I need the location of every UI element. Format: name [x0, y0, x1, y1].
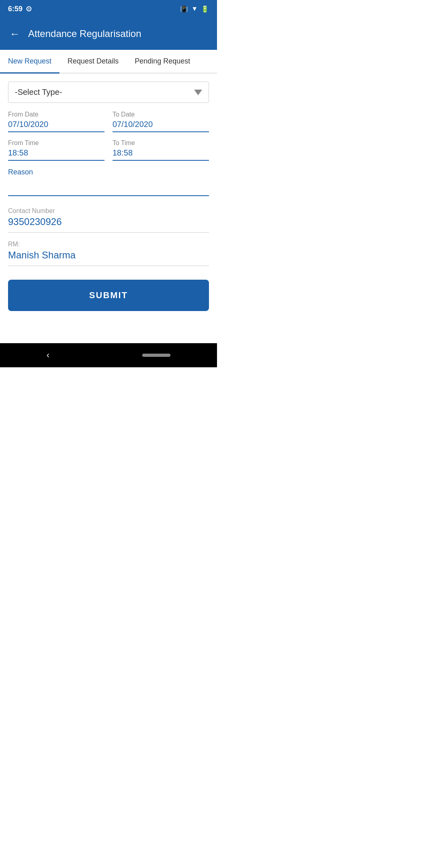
- tab-new-request[interactable]: New Request: [0, 50, 59, 73]
- to-date-value[interactable]: 07/10/2020: [113, 120, 209, 129]
- nav-back-icon[interactable]: ‹: [47, 350, 49, 360]
- reason-label: Reason: [8, 168, 209, 176]
- reason-group: Reason: [8, 168, 209, 196]
- status-bar: 6:59 ⊙ 📳 ▼ 🔋: [0, 0, 217, 18]
- tab-request-details[interactable]: Request Details: [59, 50, 127, 73]
- wifi-icon: ▼: [191, 5, 198, 12]
- battery-icon: 🔋: [201, 5, 209, 13]
- at-icon: ⊙: [26, 4, 32, 13]
- select-type-dropdown[interactable]: -Select Type-: [8, 82, 209, 103]
- time-display: 6:59: [8, 5, 23, 13]
- rm-value: Manish Sharma: [8, 250, 209, 261]
- from-time-group: From Time 18:58: [8, 139, 104, 161]
- contact-number-value[interactable]: 9350230926: [8, 216, 209, 227]
- tab-pending-request[interactable]: Pending Request: [127, 50, 198, 73]
- to-time-label: To Time: [113, 139, 209, 147]
- status-bar-right: 📳 ▼ 🔋: [180, 5, 209, 13]
- tab-bar: New Request Request Details Pending Requ…: [0, 50, 217, 74]
- contact-number-section: Contact Number 9350230926: [8, 203, 209, 233]
- submit-button[interactable]: SUBMIT: [8, 280, 209, 311]
- to-time-group: To Time 18:58: [113, 139, 209, 161]
- top-bar: ← Attendance Regularisation: [0, 18, 217, 50]
- rm-label: RM:: [8, 241, 209, 248]
- from-time-value[interactable]: 18:58: [8, 148, 104, 158]
- from-date-value[interactable]: 07/10/2020: [8, 120, 104, 129]
- status-bar-left: 6:59 ⊙: [8, 4, 32, 13]
- back-button[interactable]: ←: [8, 26, 22, 42]
- form-container: -Select Type- From Date 07/10/2020 To Da…: [0, 74, 217, 319]
- chevron-down-icon: [194, 90, 202, 95]
- from-date-group: From Date 07/10/2020: [8, 111, 104, 132]
- reason-input[interactable]: [8, 180, 209, 196]
- time-row: From Time 18:58 To Time 18:58: [8, 139, 209, 161]
- rm-section: RM: Manish Sharma: [8, 237, 209, 266]
- contact-number-label: Contact Number: [8, 207, 209, 215]
- to-date-group: To Date 07/10/2020: [113, 111, 209, 132]
- date-row: From Date 07/10/2020 To Date 07/10/2020: [8, 111, 209, 132]
- bottom-nav: ‹: [0, 343, 217, 367]
- nav-home-pill[interactable]: [142, 354, 170, 357]
- from-time-label: From Time: [8, 139, 104, 147]
- to-date-label: To Date: [113, 111, 209, 118]
- select-type-label: -Select Type-: [15, 88, 62, 97]
- from-date-label: From Date: [8, 111, 104, 118]
- page-title: Attendance Regularisation: [28, 28, 141, 39]
- to-time-value[interactable]: 18:58: [113, 148, 209, 158]
- vibrate-icon: 📳: [180, 5, 188, 13]
